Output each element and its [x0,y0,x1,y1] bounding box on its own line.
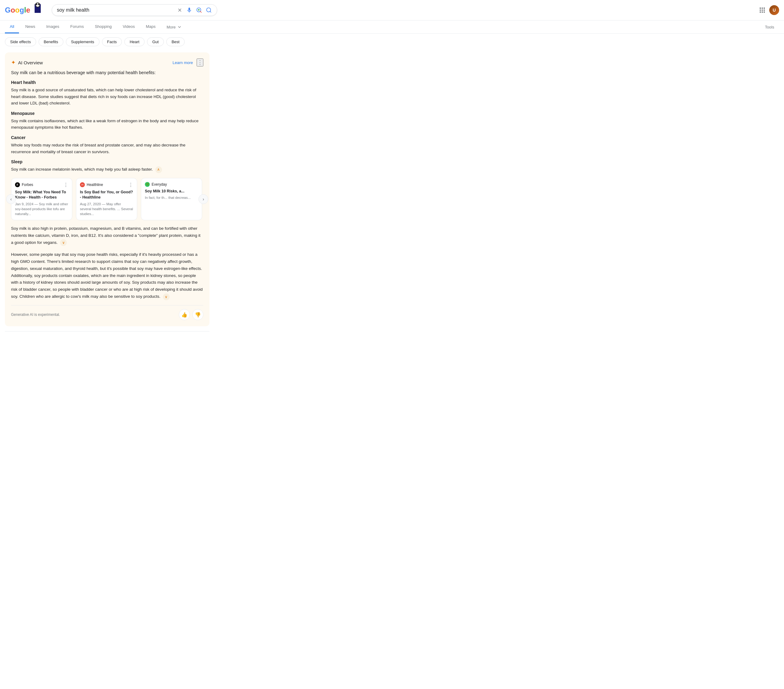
ai-section-title-heart: Heart health [11,80,203,85]
forbes-icon: F [15,182,20,187]
learn-more-link[interactable]: Learn more [173,60,193,65]
everyday-card-snippet: In fact, for th... that decreas... [145,195,198,200]
lens-button[interactable] [196,7,202,13]
svg-rect-11 [760,12,761,13]
chip-heart[interactable]: Heart [124,37,145,46]
forbes-name: Forbes [22,183,33,187]
svg-rect-5 [760,8,761,9]
generative-note: Generative AI is experimental. [11,313,60,317]
everyday-card-title: Soy Milk 10 Risks, a... [145,189,198,194]
source-card-everyday[interactable]: 🌿 Everyday Soy Milk 10 Risks, a... In fa… [141,178,202,220]
closing-expand-button-1[interactable]: ∨ [60,239,67,246]
source-card-forbes[interactable]: F Forbes ⋮ Soy Milk: What You Need To Kn… [11,178,72,220]
forbes-card-title: Soy Milk: What You Need To Know - Health… [15,190,68,200]
ai-section-cancer: Cancer Whole soy foods may reduce the ri… [11,135,203,155]
chip-supplements[interactable]: Supplements [66,37,99,46]
ai-section-text-cancer: Whole soy foods may reduce the risk of b… [11,142,203,155]
google-logo: Google [5,6,30,15]
ai-section-text-menopause: Soy milk contains isoflavones, which act… [11,118,203,131]
ai-section-title-sleep: Sleep [11,159,203,164]
search-input[interactable]: soy milk health [57,7,175,13]
main-content: ✦ AI Overview Learn more ⋮ Soy milk can … [0,50,214,336]
ai-summary-intro: Soy milk can be a nutritious beverage wi… [11,70,203,75]
everyday-icon: 🌿 [145,182,150,187]
svg-rect-7 [764,8,765,9]
source-cards: F Forbes ⋮ Soy Milk: What You Need To Kn… [11,178,203,220]
chip-side-effects[interactable]: Side effects [5,37,36,46]
tab-images[interactable]: Images [41,21,64,33]
ai-closing-text-1: Soy milk is also high in protein, potass… [11,225,203,246]
ai-overview: ✦ AI Overview Learn more ⋮ Soy milk can … [5,53,209,326]
chip-best[interactable]: Best [166,37,184,46]
header-right: U [759,5,779,15]
ai-section-menopause: Menopause Soy milk contains isoflavones,… [11,111,203,131]
chip-facts[interactable]: Facts [102,37,122,46]
tab-news[interactable]: News [20,21,40,33]
svg-rect-12 [762,12,763,13]
tab-all[interactable]: All [5,21,19,33]
svg-rect-6 [762,8,763,9]
tab-shopping[interactable]: Shopping [90,21,117,33]
thumbs-down-button[interactable]: 👎 [192,309,203,320]
ai-footer: Generative AI is experimental. 👍 👎 [11,305,203,320]
logo-area: Google [5,2,47,18]
search-button[interactable] [206,7,212,13]
ai-overview-label: AI Overview [18,60,43,65]
search-icons [177,7,212,13]
source-cards-wrapper: ‹ F Forbes ⋮ Soy Milk: What You Need To … [11,178,203,220]
healthline-card-title: Is Soy Bad for You, or Good? - Healthlin… [80,190,133,200]
nav-tabs: All News Images Forums Shopping Videos M… [0,21,784,34]
feedback-buttons: 👍 👎 [179,309,203,320]
forbes-more-button[interactable]: ⋮ [63,182,68,188]
doodle-character [31,2,47,18]
tab-forums[interactable]: Forums [66,21,89,33]
tab-maps[interactable]: Maps [141,21,160,33]
healthline-icon: H [80,182,85,187]
filter-chips: Side effects Benefits Supplements Facts … [0,34,784,50]
svg-point-3 [206,8,211,12]
search-bar: soy milk health [52,4,217,16]
ai-closing-text-2: However, some people say that soy may po… [11,251,203,300]
svg-line-4 [210,12,211,13]
ai-overview-title: ✦ AI Overview [11,59,43,66]
closing-expand-button-2[interactable]: ∨ [163,293,170,300]
chip-benefits[interactable]: Benefits [39,37,63,46]
ai-star-icon: ✦ [11,59,16,66]
cards-next-button[interactable]: › [198,194,208,204]
chip-gut[interactable]: Gut [147,37,164,46]
thumbs-up-button[interactable]: 👍 [179,309,190,320]
tools-button[interactable]: Tools [760,21,779,33]
healthline-more-button[interactable]: ⋮ [128,182,133,188]
svg-rect-10 [764,10,765,11]
ai-overview-actions: Learn more ⋮ [173,59,203,66]
svg-rect-9 [762,10,763,11]
healthline-name: Healthline [87,183,103,187]
forbes-card-snippet: Jan 9, 2024 — Soy milk and other soy-bas… [15,201,68,216]
ai-more-options-button[interactable]: ⋮ [197,59,203,66]
header: Google soy milk health [0,0,784,21]
ai-section-text-heart: Soy milk is a good source of unsaturated… [11,87,203,107]
ai-section-heart-health: Heart health Soy milk is a good source o… [11,80,203,107]
ai-section-sleep: Sleep Soy milk can increase melatonin le… [11,159,203,173]
ai-section-text-sleep: Soy milk can increase melatonin levels, … [11,166,203,173]
svg-rect-13 [764,12,765,13]
cards-prev-button[interactable]: ‹ [6,194,16,204]
clear-button[interactable] [177,7,183,13]
main-separator [5,331,209,331]
tab-videos[interactable]: Videos [118,21,140,33]
more-tabs-button[interactable]: More [162,21,187,33]
user-avatar[interactable]: U [769,5,779,15]
ai-section-title-menopause: Menopause [11,111,203,116]
everyday-name: Everyday [152,182,167,186]
sleep-expand-button[interactable]: ∧ [155,166,162,173]
source-card-healthline[interactable]: H Healthline ⋮ Is Soy Bad for You, or Go… [76,178,137,220]
svg-rect-8 [760,10,761,11]
ai-section-title-cancer: Cancer [11,135,203,140]
voice-search-button[interactable] [186,7,192,13]
ai-overview-header: ✦ AI Overview Learn more ⋮ [11,59,203,66]
apps-button[interactable] [759,7,766,13]
healthline-card-snippet: Aug 27, 2020 — May offer several health … [80,201,133,216]
